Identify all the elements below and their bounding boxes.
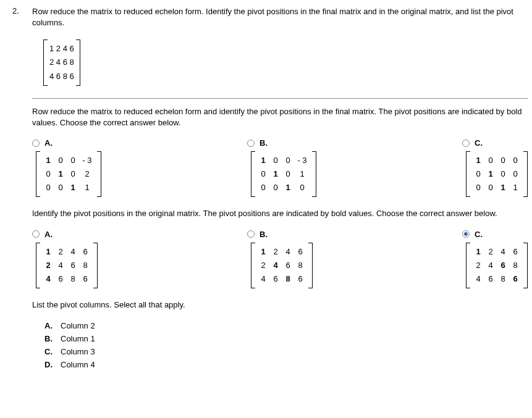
matrix-cell: 4 [472,272,484,286]
given-matrix-wrap: 1 2 4 6 2 4 6 8 4 6 8 6 [32,35,528,94]
matrix-cell: 4 [42,272,54,286]
choice-head: C. [462,138,528,148]
matrix-cell: 0 [509,167,521,181]
matrix-cell: 0 [42,181,54,194]
matrix-cell: 6 [497,259,509,272]
matrix-cell: 6 [294,245,306,259]
matrix-cell: 8 [79,259,91,272]
choice-matrix-wrap: 100- 301020011 [32,151,247,197]
matrix-cell: 6 [282,259,294,272]
problem: 2. Row reduce the matrix to reduced eche… [12,6,520,371]
pivot-option-letter: B. [44,334,54,343]
matrix-cell: 8 [294,259,306,272]
matrix-cell: 4 [484,259,497,272]
matrix-cell: 4 [257,272,269,286]
matrix-cell: 0 [42,167,54,181]
matrix-cell: 1 [257,154,269,167]
choice: C.124624684686 [462,230,528,288]
choice-matrix-wrap: 124624684686 [462,243,528,288]
matrix-cell: 6 [54,272,67,286]
matrix-cell: 6 [79,245,91,259]
matrix-row: 0011 [472,181,521,194]
given-matrix: 1 2 4 6 2 4 6 8 4 6 8 6 [43,40,80,85]
matrix-cell: 6 [67,259,79,272]
pivot-option-letter: A. [44,321,54,330]
radio-button[interactable] [462,230,470,238]
matrix-row: 0011 [42,181,95,194]
matrix-cell: 1 [269,167,282,181]
matrix-cell: 2 [42,259,54,272]
matrix-cell: 0 [67,154,79,167]
matrix-cell: 8 [67,272,79,286]
part3-options: A.Column 2B.Column 1C.Column 3D.Column 4 [32,316,528,371]
pivot-option-letter: D. [44,360,54,369]
answer-matrix: 124624684686 [251,243,313,288]
main-prompt: Row reduce the matrix to reduced echelon… [32,6,528,28]
matrix-row: 0010 [257,181,310,194]
pivot-option[interactable]: B.Column 1 [44,332,528,345]
choice: B.100- 301010010 [247,138,462,197]
matrix-cell: 6 [294,272,306,286]
matrix-cell: 0 [472,181,484,194]
matrix-cell: 1 [67,181,79,194]
matrix-row: 100- 3 [42,154,95,167]
problem-body: Row reduce the matrix to reduced echelon… [32,6,528,371]
answer-matrix: 100001000011 [466,151,528,197]
matrix-row: 0101 [257,167,310,181]
matrix-row: 0100 [472,167,521,181]
pivot-option[interactable]: A.Column 2 [44,319,528,332]
matrix-row: 4686 [42,272,91,286]
matrix-row: 2468 [472,259,521,272]
matrix-cell: 6 [269,272,282,286]
matrix-row: 1246 [257,245,306,259]
matrix-cell: 0 [67,167,79,181]
matrix-row: 1246 [42,245,91,259]
matrix-row: 1 2 4 6 [49,42,74,56]
matrix-cell: 8 [509,259,521,272]
matrix-cell: 0 [54,181,67,194]
pivot-option[interactable]: C.Column 3 [44,345,528,358]
matrix-row: 2 4 6 8 [49,56,74,69]
choice-matrix-wrap: 124624684686 [247,243,462,288]
pivot-option-text: Column 3 [61,347,95,356]
radio-button[interactable] [247,230,255,238]
matrix-cell: 2 [257,259,269,272]
matrix-row: 2468 [257,259,306,272]
answer-matrix: 100- 301010010 [251,151,316,197]
matrix-cell: 4 [54,259,67,272]
part2-choices: A.124624684686B.124624684686C.1246246846… [32,230,528,288]
matrix-cell: 4 [269,259,282,272]
matrix-cell: 1 [509,181,521,194]
choice-head: B. [247,230,462,239]
matrix-row: 4686 [472,272,521,286]
pivot-option[interactable]: D.Column 4 [44,358,528,371]
choice-label: C. [475,230,483,239]
part1-prompt: Row reduce the matrix to reduced echelon… [32,106,528,128]
pivot-option-text: Column 1 [61,334,95,343]
radio-button[interactable] [32,230,40,238]
matrix-cell: 0 [269,154,282,167]
matrix-cell: - 3 [79,154,95,167]
matrix-cell: 0 [509,154,521,167]
choice-label: B. [260,230,268,239]
pivot-option-text: Column 4 [61,360,95,369]
part1-choices: A.100- 301020011B.100- 301010010C.100001… [32,138,528,197]
matrix-row: 1000 [472,154,521,167]
matrix-cell: 0 [484,154,497,167]
choice: B.124624684686 [247,230,462,288]
problem-number: 2. [12,6,25,371]
answer-matrix: 124624684686 [466,243,528,288]
choice-matrix-wrap: 124624684686 [32,243,247,288]
matrix-cell: 2 [472,259,484,272]
part3-prompt: List the pivot columns. Select all that … [32,299,528,311]
choice-matrix-wrap: 100001000011 [462,151,528,197]
radio-button[interactable] [32,140,40,147]
matrix-cell: 0 [257,167,269,181]
choice: A.100- 301020011 [32,138,247,197]
radio-button[interactable] [247,140,255,147]
radio-button[interactable] [462,140,470,147]
matrix-cell: 1 [484,167,497,181]
matrix-row: 100- 3 [257,154,310,167]
matrix-row: 0102 [42,167,95,181]
matrix-cell: 6 [484,272,497,286]
